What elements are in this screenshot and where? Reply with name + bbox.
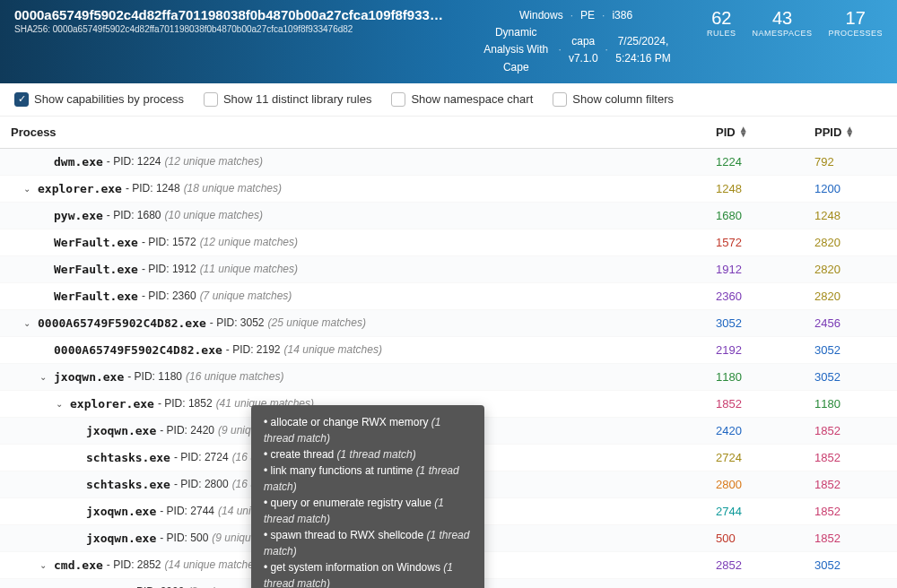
ppid-cell: 2456 — [814, 316, 886, 330]
pid-cell: 1912 — [716, 263, 814, 276]
pid-cell: 2192 — [716, 343, 814, 357]
process-name: dwm.exe — [54, 155, 103, 169]
ppid-cell: 1852 — [814, 532, 886, 545]
pid-cell: 2360 — [716, 290, 814, 303]
process-name: jxoqwn.exe — [86, 505, 156, 518]
process-name: WerFault.exe — [54, 263, 138, 276]
chevron-down-icon[interactable]: ⌄ — [39, 372, 52, 382]
meta-format: PE — [580, 7, 595, 24]
ppid-cell: 1852 — [814, 451, 886, 464]
process-pid-label: - PID: 1248 — [126, 182, 180, 195]
process-cell: WerFault.exe - PID: 1912 (11 unique matc… — [11, 263, 716, 276]
sort-icon: ▲▼ — [739, 126, 748, 137]
process-matches: (10 unique matches) — [165, 209, 263, 221]
header-meta: Windows · PE · i386 Dynamic Analysis Wit… — [481, 7, 671, 76]
table-row[interactable]: ⌄explorer.exe - PID: 1248 (18 unique mat… — [0, 176, 897, 203]
process-matches: (12 unique matches) — [165, 155, 263, 168]
stat-proc-label: PROCESSES — [828, 29, 883, 39]
column-pid[interactable]: PID ▲▼ — [716, 125, 814, 139]
header-stats: 62 RULES 43 NAMESPACES 17 PROCESSES — [707, 7, 883, 39]
checkbox-label: Show column filters — [572, 92, 674, 106]
pid-cell: 1572 — [716, 236, 814, 249]
ppid-cell: 1852 — [814, 424, 886, 437]
process-pid-label: - PID: 3052 — [210, 316, 265, 329]
table-row[interactable]: WerFault.exe - PID: 2360 (7 unique match… — [0, 283, 897, 310]
process-pid-label: - PID: 2360 — [142, 290, 196, 302]
meta-version: capa v7.1.0 — [569, 33, 598, 67]
stat-proc-value: 17 — [846, 7, 866, 29]
process-matches: (16 unique matches) — [186, 370, 283, 383]
checkbox-show-library-rules[interactable]: Show 11 distinct library rules — [204, 92, 371, 107]
process-cell: 0000A65749F5902C4D82.exe - PID: 2192 (14… — [11, 343, 716, 357]
ppid-cell: 3052 — [814, 343, 886, 357]
column-ppid[interactable]: PPID ▲▼ — [814, 125, 886, 139]
ppid-cell: 1852 — [814, 505, 886, 518]
pid-cell: 2724 — [716, 451, 814, 464]
pid-cell: 1180 — [716, 370, 814, 384]
column-pid-label: PID — [716, 125, 736, 139]
checkbox-icon — [204, 92, 218, 107]
process-pid-label: - PID: 2800 — [174, 478, 229, 490]
stat-namespaces[interactable]: 43 NAMESPACES — [753, 7, 813, 39]
process-matches: (12 unique matches) — [200, 236, 298, 248]
pid-cell: 1680 — [716, 209, 814, 222]
process-matches: (14 unique matches) — [284, 343, 382, 356]
tooltip-text: create thread — [271, 448, 337, 461]
process-pid-label: - PID: 500 — [160, 532, 208, 544]
pid-cell: 3052 — [716, 316, 814, 330]
stat-processes[interactable]: 17 PROCESSES — [828, 7, 883, 39]
stat-ns-label: NAMESPACES — [753, 29, 813, 39]
table-row[interactable]: ⌄0000A65749F5902C4D82.exe - PID: 3052 (2… — [0, 310, 897, 337]
tooltip-detail: (1 thread match) — [337, 448, 416, 461]
file-title: 0000a65749f5902c4d82ffa701198038f0b4870b… — [14, 7, 445, 22]
tooltip-text: get system information on Windows — [271, 561, 444, 574]
column-process[interactable]: Process — [11, 125, 716, 139]
table-row[interactable]: 0000A65749F5902C4D82.exe - PID: 2192 (14… — [0, 337, 897, 364]
pid-cell: 1248 — [716, 182, 814, 195]
checkbox-label: Show capabilities by process — [34, 92, 184, 106]
tooltip-item: create thread (1 thread match) — [264, 446, 472, 463]
stat-ns-value: 43 — [772, 7, 792, 29]
process-pid-label: - PID: 2724 — [174, 451, 229, 463]
table-row[interactable]: pyw.exe - PID: 1680 (10 unique matches)1… — [0, 203, 897, 229]
process-matches: (14 unique matches) — [165, 558, 263, 571]
process-name: schtasks.exe — [86, 478, 170, 491]
checkbox-show-namespace-chart[interactable]: Show namespace chart — [391, 92, 533, 107]
ppid-cell: 2820 — [814, 290, 886, 303]
tooltip-text: query or enumerate registry value — [271, 497, 435, 509]
table-row[interactable]: dwm.exe - PID: 1224 (12 unique matches)1… — [0, 149, 897, 176]
tooltip-text: link many functions at runtime — [271, 464, 416, 477]
process-matches: (11 unique matches) — [200, 263, 298, 275]
process-pid-label: - PID: 1912 — [142, 263, 196, 275]
ppid-cell: 1200 — [814, 182, 886, 195]
check-icon: ✓ — [14, 92, 29, 107]
ppid-cell: 1852 — [814, 478, 886, 491]
checkbox-show-by-process[interactable]: ✓ Show capabilities by process — [14, 92, 184, 107]
ppid-cell: 792 — [814, 155, 886, 169]
chevron-down-icon[interactable]: ⌄ — [56, 399, 68, 409]
process-matches: (7 unique matches) — [200, 290, 292, 302]
checkbox-show-column-filters[interactable]: Show column filters — [553, 92, 674, 107]
tooltip-item: spawn thread to RWX shellcode (1 thread … — [264, 527, 472, 559]
process-cell: WerFault.exe - PID: 1572 (12 unique matc… — [11, 236, 716, 249]
process-pid-label: - PID: 1572 — [142, 236, 196, 248]
checkbox-label: Show namespace chart — [411, 92, 533, 106]
stat-rules[interactable]: 62 RULES — [707, 7, 736, 39]
sha-line: SHA256: 0000a65749f5902c4d82ffa701198038… — [14, 24, 445, 34]
stat-rules-value: 62 — [711, 7, 731, 29]
chevron-down-icon[interactable]: ⌄ — [39, 560, 52, 570]
process-name: pyw.exe — [54, 209, 103, 222]
process-name: jxoqwn.exe — [86, 532, 156, 545]
chevron-down-icon[interactable]: ⌄ — [23, 184, 36, 194]
process-name: schtasks.exe — [86, 451, 170, 464]
process-pid-label: - PID: 2420 — [160, 424, 214, 437]
tooltip-item: link many functions at runtime (1 thread… — [264, 463, 472, 495]
table-row[interactable]: WerFault.exe - PID: 1912 (11 unique matc… — [0, 256, 897, 283]
process-pid-label: - PID: 1224 — [107, 155, 161, 168]
process-name: jxoqwn.exe — [86, 424, 156, 437]
chevron-down-icon[interactable]: ⌄ — [23, 318, 36, 328]
toolbar: ✓ Show capabilities by process Show 11 d… — [0, 83, 897, 117]
table-row[interactable]: WerFault.exe - PID: 1572 (12 unique matc… — [0, 229, 897, 256]
app-header: 0000a65749f5902c4d82ffa701198038f0b4870b… — [0, 0, 897, 83]
table-row[interactable]: ⌄jxoqwn.exe - PID: 1180 (16 unique match… — [0, 364, 897, 391]
